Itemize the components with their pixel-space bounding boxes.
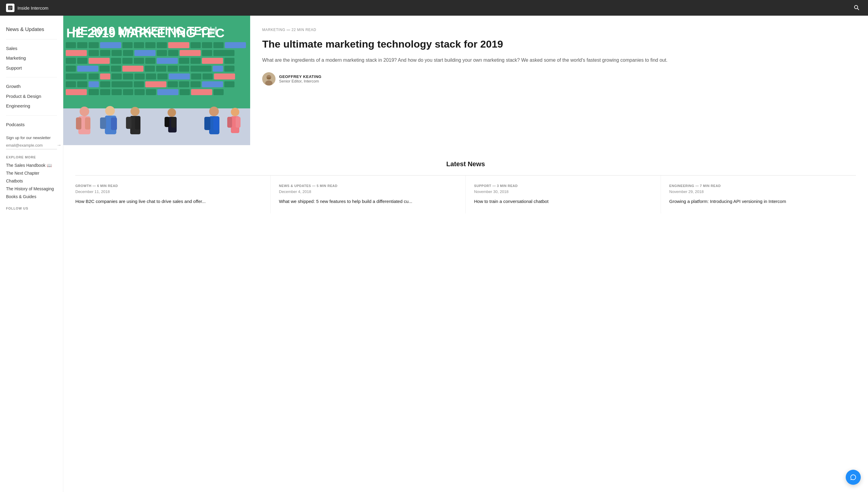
svg-rect-28: [100, 50, 110, 56]
svg-rect-3: [11, 7, 12, 7]
sidebar-explore-sales-handbook[interactable]: The Sales Handbook 📖: [6, 162, 57, 169]
news-date-2: November 30, 2018: [474, 189, 652, 194]
svg-rect-16: [100, 42, 121, 48]
svg-rect-119: [227, 117, 232, 128]
svg-rect-120: [236, 117, 240, 128]
svg-point-117: [231, 108, 239, 116]
hero-read-time: 22 MIN READ: [291, 28, 316, 32]
svg-rect-14: [77, 42, 87, 48]
svg-rect-112: [171, 117, 176, 128]
sidebar-item-sales[interactable]: Sales: [6, 44, 57, 54]
svg-rect-55: [156, 66, 166, 72]
svg-rect-59: [213, 66, 223, 72]
sidebar-explore-chatbots[interactable]: Chatbots: [6, 177, 57, 185]
svg-point-97: [79, 106, 89, 116]
svg-rect-71: [203, 73, 213, 79]
grid-title: HE 2019 MARKETING TECH: [72, 25, 217, 38]
svg-rect-2: [10, 7, 10, 7]
hero-meta: MARKETING — 22 MIN READ: [262, 28, 856, 32]
svg-point-105: [131, 107, 140, 116]
svg-rect-115: [204, 117, 210, 130]
news-meta-0: GROWTH — 6 MIN READ: [75, 184, 262, 188]
sidebar-item-news-updates[interactable]: News & Updates: [6, 24, 57, 35]
svg-rect-32: [157, 50, 167, 56]
marketing-grid-illustration: HE 2019 MARKETING TECH HE 2019 MARKETING…: [63, 16, 250, 145]
sidebar-item-product-design[interactable]: Product & Design: [6, 92, 57, 101]
svg-rect-64: [112, 73, 122, 79]
svg-rect-7: [9, 9, 10, 10]
svg-rect-85: [66, 89, 87, 95]
sidebar-explore-next-chapter[interactable]: The Next Chapter: [6, 169, 57, 177]
newsletter-input[interactable]: [6, 143, 57, 148]
svg-rect-74: [77, 81, 87, 87]
svg-rect-34: [180, 50, 201, 56]
svg-rect-61: [66, 73, 87, 79]
svg-rect-18: [134, 42, 144, 48]
hero-title: The ultimate marketing technology stack …: [262, 38, 856, 50]
sidebar-item-podcasts[interactable]: Podcasts: [6, 120, 57, 130]
chat-button[interactable]: [846, 470, 861, 485]
svg-rect-88: [112, 89, 122, 95]
news-meta-1: NEWS & UPDATES — 5 MIN READ: [279, 184, 457, 188]
svg-point-101: [105, 106, 115, 116]
svg-rect-51: [99, 66, 110, 72]
sidebar-explore-books-guides[interactable]: Books & Guides: [6, 193, 57, 200]
newsletter-submit-arrow[interactable]: →: [57, 142, 62, 148]
svg-rect-4: [9, 8, 10, 8]
svg-rect-41: [122, 58, 133, 64]
svg-line-10: [858, 8, 859, 10]
svg-rect-79: [145, 81, 166, 87]
latest-news-section: Latest News GROWTH — 6 MIN READ December…: [63, 145, 868, 225]
sidebar-item-marketing[interactable]: Marketing: [6, 53, 57, 63]
svg-rect-84: [224, 81, 234, 87]
news-item-3[interactable]: ENGINEERING — 7 MIN READ November 29, 20…: [661, 175, 856, 214]
newsletter-form: →: [6, 142, 57, 149]
sidebar-item-growth[interactable]: Growth: [6, 81, 57, 92]
svg-rect-89: [123, 89, 133, 95]
news-date-1: December 4, 2018: [279, 189, 457, 194]
svg-rect-45: [179, 58, 189, 64]
svg-rect-68: [157, 73, 168, 79]
sidebar: News & Updates Sales Marketing Support G…: [0, 16, 63, 492]
header: Inside Intercom: [0, 0, 868, 16]
author-info: GEOFFREY KEATING Senior Editor, Intercom: [279, 74, 322, 83]
svg-rect-47: [202, 58, 223, 64]
main-content: HE 2019 MARKETING TECH HE 2019 MARKETING…: [63, 16, 868, 492]
svg-rect-67: [146, 73, 156, 79]
svg-rect-15: [89, 42, 99, 48]
svg-rect-13: [66, 42, 76, 48]
svg-rect-1: [9, 7, 10, 7]
header-title: Inside Intercom: [18, 5, 49, 10]
news-meta-2: SUPPORT — 3 MIN READ: [474, 184, 652, 188]
svg-rect-124: [267, 78, 271, 79]
sidebar-item-support[interactable]: Support: [6, 63, 57, 73]
news-date-3: November 29, 2018: [670, 189, 848, 194]
hero-image[interactable]: HE 2019 MARKETING TECH HE 2019 MARKETING…: [63, 16, 250, 145]
svg-rect-116: [213, 117, 219, 130]
author-role: Senior Editor, Intercom: [279, 79, 322, 83]
svg-rect-44: [157, 58, 178, 64]
follow-label: FOLLOW US: [6, 206, 57, 210]
sidebar-explore-history-messaging[interactable]: The History of Messaging: [6, 185, 57, 193]
svg-point-122: [266, 75, 271, 80]
svg-rect-78: [134, 81, 144, 87]
svg-rect-80: [168, 81, 178, 87]
header-left: Inside Intercom: [6, 4, 49, 12]
author-name: GEOFFREY KEATING: [279, 74, 322, 79]
news-item-0[interactable]: GROWTH — 6 MIN READ December 11, 2018 Ho…: [75, 175, 271, 214]
svg-rect-93: [180, 89, 190, 95]
news-item-1[interactable]: NEWS & UPDATES — 5 MIN READ December 4, …: [271, 175, 466, 214]
svg-rect-100: [85, 118, 90, 129]
svg-rect-48: [224, 58, 234, 64]
svg-rect-37: [66, 58, 76, 64]
svg-rect-53: [122, 66, 143, 72]
sidebar-item-engineering[interactable]: Engineering: [6, 101, 57, 111]
news-item-2[interactable]: SUPPORT — 3 MIN READ November 30, 2018 H…: [466, 175, 661, 214]
svg-rect-29: [112, 50, 122, 56]
intercom-logo: [6, 4, 15, 12]
svg-rect-82: [190, 81, 201, 87]
svg-rect-8: [10, 9, 10, 10]
svg-rect-96: [63, 108, 250, 145]
svg-rect-39: [89, 58, 110, 64]
search-icon[interactable]: [851, 2, 862, 14]
